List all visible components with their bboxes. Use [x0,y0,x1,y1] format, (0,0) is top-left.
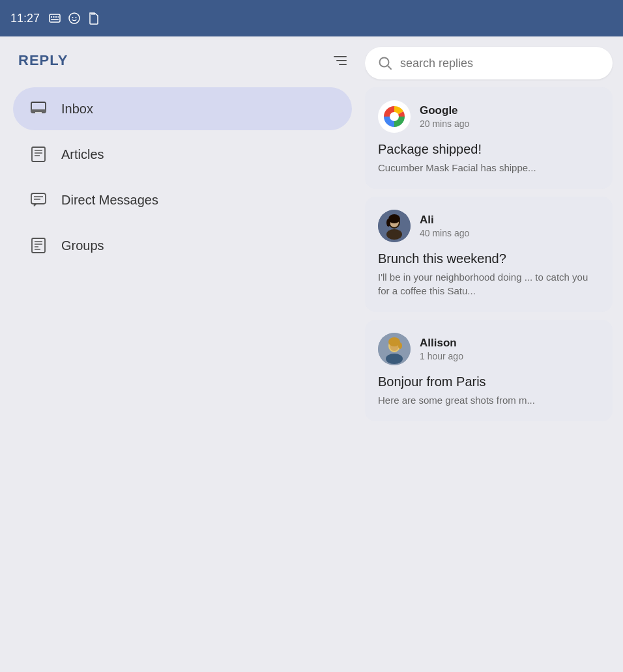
articles-icon [29,145,48,164]
groups-label: Groups [61,238,104,253]
message-card-google[interactable]: Google 20 mins ago Package shipped! Cucu… [365,87,613,189]
sidebar-item-articles[interactable]: Articles [13,133,352,176]
status-time: 11:27 [10,12,40,25]
message-preview-allison: Here are some great shots from m... [378,393,600,407]
svg-rect-1 [51,16,52,18]
articles-label: Articles [61,147,104,162]
menu-toggle-button[interactable] [334,56,347,65]
svg-point-8 [76,17,77,18]
svg-rect-2 [53,16,55,18]
message-card-ali[interactable]: Ali 40 mins ago Brunch this weekend? I'l… [365,197,613,312]
nav-items: Inbox Articles [13,87,352,267]
face-icon [67,11,81,25]
avatar-ali [378,210,411,242]
app-title: REPLY [18,52,68,69]
status-bar: 11:27 [0,0,623,36]
svg-line-28 [388,66,392,70]
svg-rect-22 [32,238,45,253]
sd-card-icon [87,11,101,25]
sender-info-allison: Allison 1 hour ago [420,337,463,361]
svg-point-7 [72,17,74,18]
search-input[interactable] [400,57,600,70]
message-header-ali: Ali 40 mins ago [378,210,600,242]
sender-name-google: Google [420,104,469,117]
direct-messages-icon [29,190,48,210]
right-panel: Google 20 mins ago Package shipped! Cucu… [365,36,623,672]
sidebar-header: REPLY [13,52,352,69]
message-preview-google: Cucumber Mask Facial has shippe... [378,161,600,175]
svg-rect-15 [32,147,45,161]
inbox-icon [29,99,48,119]
sender-name-allison: Allison [420,337,463,350]
svg-rect-3 [55,16,57,18]
svg-point-6 [69,13,80,23]
message-header-google: Google 20 mins ago [378,100,600,133]
message-card-allison[interactable]: Allison 1 hour ago Bonjour from Paris He… [365,320,613,421]
sidebar: REPLY Inbox [0,36,365,672]
search-bar[interactable] [365,47,613,79]
status-icons [48,11,101,25]
message-title-allison: Bonjour from Paris [378,374,600,389]
svg-point-35 [386,219,390,227]
direct-messages-label: Direct Messages [61,193,158,208]
svg-rect-5 [51,19,59,20]
message-preview-ali: I'll be in your neighborhood doing ... t… [378,270,600,298]
avatar-allison [378,333,411,365]
sender-name-ali: Ali [420,214,469,227]
message-title-google: Package shipped! [378,142,600,157]
sender-info-google: Google 20 mins ago [420,104,469,129]
message-title-ali: Brunch this weekend? [378,251,600,266]
sidebar-item-groups[interactable]: Groups [13,224,352,267]
message-header-allison: Allison 1 hour ago [378,333,600,365]
sidebar-item-inbox[interactable]: Inbox [13,87,352,130]
sender-time-google: 20 mins ago [420,119,469,129]
sidebar-item-direct-messages[interactable]: Direct Messages [13,178,352,221]
svg-rect-0 [50,14,60,22]
svg-rect-4 [58,16,59,18]
groups-icon [29,236,48,255]
avatar-google [378,100,411,133]
sender-time-ali: 40 mins ago [420,228,469,238]
svg-point-36 [386,229,402,240]
svg-point-42 [386,354,403,364]
sender-info-ali: Ali 40 mins ago [420,214,469,238]
svg-rect-19 [31,193,46,204]
inbox-label: Inbox [61,102,93,117]
svg-point-41 [398,343,402,349]
keyboard-icon [48,11,62,25]
main-container: REPLY Inbox [0,36,623,672]
sender-time-allison: 1 hour ago [420,351,463,361]
svg-point-30 [390,112,399,121]
search-icon [378,56,392,70]
